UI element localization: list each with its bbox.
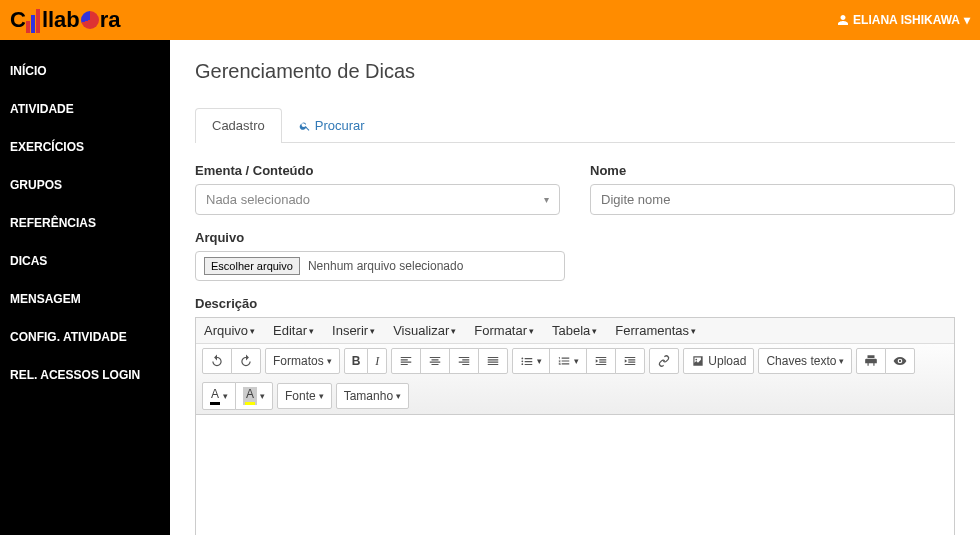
undo-icon	[210, 354, 224, 368]
sidebar-item-grupos[interactable]: GRUPOS	[0, 166, 170, 204]
tamanho-dropdown[interactable]: Tamanho▾	[336, 383, 409, 409]
sidebar: INÍCIO ATIVIDADE EXERCÍCIOS GRUPOS REFER…	[0, 40, 170, 535]
print-button[interactable]	[856, 348, 886, 374]
logo-pie-icon	[81, 11, 99, 29]
chevron-down-icon: ▾	[223, 391, 228, 401]
link-button[interactable]	[649, 348, 679, 374]
chevron-down-icon: ▾	[396, 391, 401, 401]
align-left-button[interactable]	[391, 348, 421, 374]
chevron-down-icon: ▾	[327, 356, 332, 366]
ementa-label: Ementa / Conteúdo	[195, 163, 560, 178]
menu-formatar[interactable]: Formatar▾	[474, 323, 534, 338]
editor-content-area[interactable]	[196, 415, 954, 535]
align-right-button[interactable]	[449, 348, 479, 374]
chevron-down-icon: ▾	[260, 391, 265, 401]
logo-bars-icon	[26, 7, 40, 33]
redo-button[interactable]	[231, 348, 261, 374]
sidebar-item-inicio[interactable]: INÍCIO	[0, 52, 170, 90]
outdent-button[interactable]	[586, 348, 616, 374]
tabs: Cadastro Procurar	[195, 108, 955, 143]
nome-input[interactable]	[590, 184, 955, 215]
nome-label: Nome	[590, 163, 955, 178]
chevron-down-icon: ▾	[691, 326, 696, 336]
indent-icon	[623, 354, 637, 368]
user-name: ELIANA ISHIKAWA	[853, 13, 960, 27]
align-left-icon	[399, 354, 413, 368]
chevron-down-icon: ▾	[529, 326, 534, 336]
number-list-button[interactable]: ▾	[549, 348, 587, 374]
sidebar-item-atividade[interactable]: ATIVIDADE	[0, 90, 170, 128]
menu-editar[interactable]: Editar▾	[273, 323, 314, 338]
chevron-down-icon: ▾	[451, 326, 456, 336]
image-icon	[691, 354, 705, 368]
arquivo-field: Escolher arquivo Nenhum arquivo selecion…	[195, 251, 565, 281]
preview-button[interactable]	[885, 348, 915, 374]
formatos-dropdown[interactable]: Formatos▾	[265, 348, 340, 374]
editor-menubar: Arquivo▾ Editar▾ Inserir▾ Visualizar▾ Fo…	[196, 318, 954, 344]
tab-procurar[interactable]: Procurar	[282, 108, 382, 142]
user-menu[interactable]: ELIANA ISHIKAWA ▾	[837, 13, 970, 27]
chevron-down-icon: ▾	[370, 326, 375, 336]
ementa-selected: Nada selecionado	[206, 192, 310, 207]
fonte-dropdown[interactable]: Fonte▾	[277, 383, 332, 409]
bg-color-icon: A	[246, 387, 254, 401]
bullet-list-icon	[520, 354, 534, 368]
chevron-down-icon: ▾	[592, 326, 597, 336]
chaves-texto-dropdown[interactable]: Chaves texto▾	[758, 348, 852, 374]
arquivo-label: Arquivo	[195, 230, 955, 245]
eye-icon	[893, 354, 907, 368]
menu-arquivo[interactable]: Arquivo▾	[204, 323, 255, 338]
chevron-down-icon: ▾	[309, 326, 314, 336]
chevron-down-icon: ▾	[537, 356, 542, 366]
logo: C llab ra	[10, 7, 121, 33]
align-center-button[interactable]	[420, 348, 450, 374]
chevron-down-icon: ▾	[964, 13, 970, 27]
undo-button[interactable]	[202, 348, 232, 374]
sidebar-item-rel-acessos[interactable]: REL. ACESSOS LOGIN	[0, 356, 170, 394]
menu-inserir[interactable]: Inserir▾	[332, 323, 375, 338]
logo-letter-c: C	[10, 7, 26, 33]
sidebar-item-mensagem[interactable]: MENSAGEM	[0, 280, 170, 318]
chevron-down-icon: ▾	[574, 356, 579, 366]
outdent-icon	[594, 354, 608, 368]
rich-text-editor: Arquivo▾ Editar▾ Inserir▾ Visualizar▾ Fo…	[195, 317, 955, 535]
upload-button[interactable]: Upload	[683, 348, 754, 374]
link-icon	[657, 354, 671, 368]
menu-visualizar[interactable]: Visualizar▾	[393, 323, 456, 338]
chevron-down-icon: ▾	[250, 326, 255, 336]
user-icon	[837, 14, 849, 26]
chevron-down-icon: ▾	[319, 391, 324, 401]
bullet-list-button[interactable]: ▾	[512, 348, 550, 374]
menu-ferramentas[interactable]: Ferramentas▾	[615, 323, 696, 338]
redo-icon	[239, 354, 253, 368]
sidebar-item-exercicios[interactable]: EXERCÍCIOS	[0, 128, 170, 166]
editor-toolbar: Formatos▾ B I ▾ ▾ Uploa	[196, 344, 954, 415]
ementa-select[interactable]: Nada selecionado ▾	[195, 184, 560, 215]
menu-tabela[interactable]: Tabela▾	[552, 323, 597, 338]
choose-file-button[interactable]: Escolher arquivo	[204, 257, 300, 275]
align-justify-button[interactable]	[478, 348, 508, 374]
file-status: Nenhum arquivo selecionado	[308, 259, 463, 273]
top-header: C llab ra ELIANA ISHIKAWA ▾	[0, 0, 980, 40]
text-color-swatch	[210, 402, 220, 405]
italic-button[interactable]: I	[367, 348, 387, 374]
sidebar-item-config-atividade[interactable]: CONFIG. ATIVIDADE	[0, 318, 170, 356]
chevron-down-icon: ▾	[839, 356, 844, 366]
indent-button[interactable]	[615, 348, 645, 374]
search-icon	[299, 120, 311, 132]
number-list-icon	[557, 354, 571, 368]
align-center-icon	[428, 354, 442, 368]
tab-cadastro[interactable]: Cadastro	[195, 108, 282, 143]
bg-color-button[interactable]: A▾	[235, 382, 273, 410]
sidebar-item-referencias[interactable]: REFERÊNCIAS	[0, 204, 170, 242]
descricao-label: Descrição	[195, 296, 955, 311]
logo-text-llab: llab	[42, 7, 80, 33]
italic-icon: I	[375, 354, 379, 369]
bold-button[interactable]: B	[344, 348, 369, 374]
tab-procurar-label: Procurar	[315, 118, 365, 133]
bg-color-swatch	[245, 402, 255, 405]
align-justify-icon	[486, 354, 500, 368]
text-color-button[interactable]: A▾	[202, 382, 236, 410]
sidebar-item-dicas[interactable]: DICAS	[0, 242, 170, 280]
chevron-down-icon: ▾	[544, 194, 549, 205]
